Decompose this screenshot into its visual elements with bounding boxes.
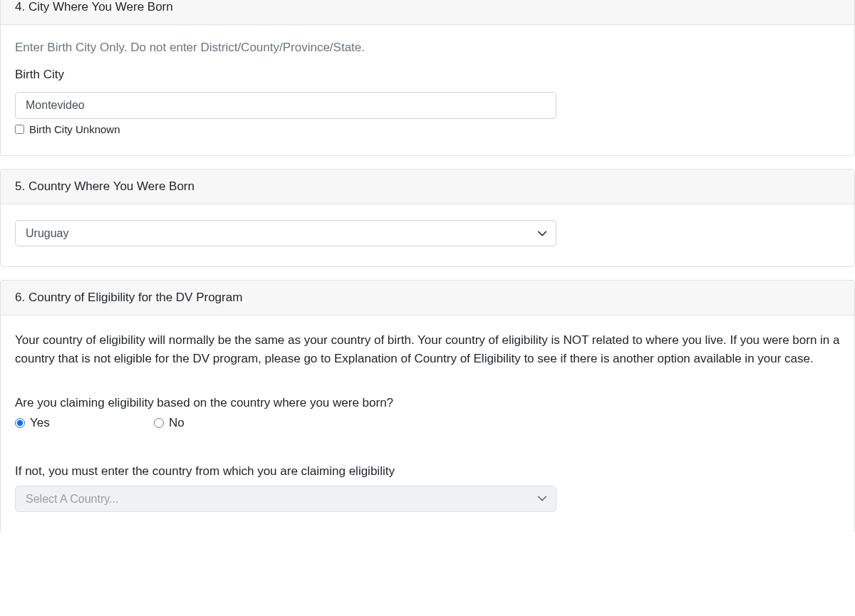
section-birth-city-title: 4. City Where You Were Born xyxy=(15,0,173,14)
eligibility-radio-yes-label: Yes xyxy=(30,416,50,430)
eligibility-country-label: If not, you must enter the country from … xyxy=(15,464,840,479)
birth-city-unknown-label: Birth City Unknown xyxy=(29,123,120,135)
section-birth-country-body: Uruguay xyxy=(1,204,854,266)
eligibility-radio-row: Yes No xyxy=(15,416,840,430)
section-eligibility-body: Your country of eligibility will normall… xyxy=(1,315,854,532)
eligibility-country-block: If not, you must enter the country from … xyxy=(15,464,840,512)
birth-country-select[interactable]: Uruguay xyxy=(15,220,556,246)
section-birth-country-title: 5. Country Where You Were Born xyxy=(15,179,195,193)
eligibility-radio-no[interactable] xyxy=(154,418,164,428)
birth-city-input[interactable] xyxy=(15,92,556,119)
eligibility-radio-yes[interactable] xyxy=(15,418,25,428)
section-eligibility-title: 6. Country of Eligibility for the DV Pro… xyxy=(15,291,242,304)
section-eligibility-header: 6. Country of Eligibility for the DV Pro… xyxy=(1,281,854,315)
section-birth-city-body: Enter Birth City Only. Do not enter Dist… xyxy=(1,25,854,155)
eligibility-radio-no-label: No xyxy=(169,416,185,430)
section-birth-country-header: 5. Country Where You Were Born xyxy=(1,169,854,204)
eligibility-paragraph: Your country of eligibility will normall… xyxy=(15,331,840,369)
eligibility-radio-no-item[interactable]: No xyxy=(154,416,185,430)
eligibility-question: Are you claiming eligibility based on th… xyxy=(15,396,840,410)
birth-city-label: Birth City xyxy=(15,68,840,82)
section-birth-city-header: 4. City Where You Were Born xyxy=(1,0,854,25)
section-birth-city: 4. City Where You Were Born Enter Birth … xyxy=(0,0,855,156)
section-eligibility: 6. Country of Eligibility for the DV Pro… xyxy=(0,280,855,532)
birth-city-unknown-checkbox[interactable] xyxy=(15,125,24,134)
eligibility-radio-yes-item[interactable]: Yes xyxy=(15,416,154,430)
section-birth-country: 5. Country Where You Were Born Uruguay xyxy=(0,169,855,267)
eligibility-country-select: Select A Country... xyxy=(15,486,556,512)
birth-city-unknown-row: Birth City Unknown xyxy=(15,123,840,135)
birth-city-helper-text: Enter Birth City Only. Do not enter Dist… xyxy=(15,41,840,55)
